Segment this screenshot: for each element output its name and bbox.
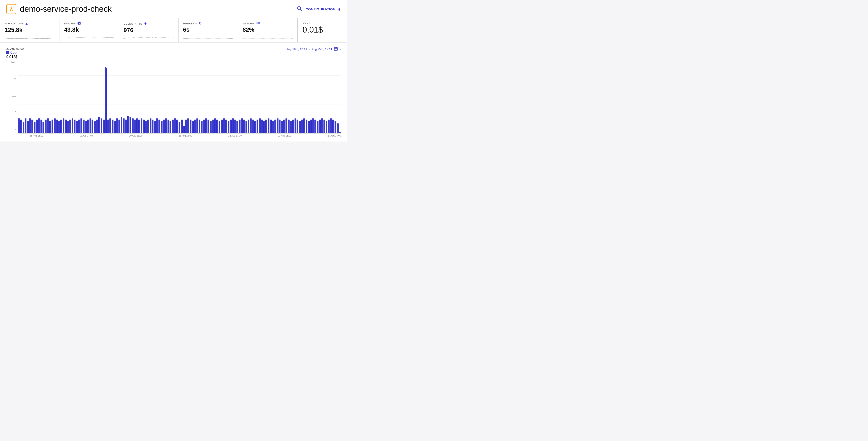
bar[interactable]	[292, 120, 294, 133]
bar[interactable]	[270, 120, 272, 133]
bar[interactable]	[210, 121, 212, 133]
bar[interactable]	[246, 121, 247, 133]
bar[interactable]	[40, 120, 42, 133]
bar[interactable]	[248, 120, 250, 133]
bar[interactable]	[123, 119, 125, 133]
bar[interactable]	[283, 120, 285, 133]
bar[interactable]	[323, 120, 325, 133]
bar[interactable]	[169, 121, 171, 133]
bar[interactable]	[134, 120, 136, 133]
bar[interactable]	[306, 120, 307, 133]
bar[interactable]	[167, 120, 169, 133]
bar[interactable]	[74, 120, 75, 133]
bar[interactable]	[183, 126, 185, 133]
bar[interactable]	[101, 119, 102, 133]
bar[interactable]	[174, 119, 176, 133]
bar[interactable]	[138, 120, 140, 133]
bar[interactable]	[163, 120, 165, 133]
bar[interactable]	[264, 121, 265, 133]
bar[interactable]	[34, 122, 35, 133]
bar[interactable]	[38, 119, 40, 133]
bar[interactable]	[98, 117, 100, 133]
bar[interactable]	[45, 120, 46, 133]
bar[interactable]	[103, 120, 105, 133]
bar[interactable]	[199, 120, 200, 133]
bar[interactable]	[237, 121, 238, 133]
bar[interactable]	[121, 117, 123, 133]
bar[interactable]	[301, 120, 303, 133]
bar[interactable]	[230, 120, 232, 133]
bar[interactable]	[49, 121, 51, 133]
bar[interactable]	[42, 122, 44, 133]
bar[interactable]	[203, 120, 205, 133]
bar[interactable]	[223, 119, 225, 133]
bar[interactable]	[114, 121, 116, 133]
bar[interactable]	[281, 121, 283, 133]
bar[interactable]	[96, 120, 98, 133]
bar[interactable]	[54, 119, 56, 133]
bar[interactable]	[145, 121, 147, 133]
configuration-button[interactable]: CONFIGURATION	[306, 7, 341, 11]
bar[interactable]	[310, 120, 312, 133]
bar[interactable]	[60, 120, 62, 133]
bar[interactable]	[216, 120, 218, 133]
bar[interactable]	[25, 119, 27, 133]
bar[interactable]	[256, 120, 258, 133]
bar[interactable]	[194, 120, 196, 133]
chevron-down-icon[interactable]: ▾	[340, 48, 341, 51]
bar[interactable]	[243, 120, 245, 133]
bar[interactable]	[319, 120, 321, 133]
bar[interactable]	[274, 120, 276, 133]
bar[interactable]	[150, 119, 151, 133]
bar[interactable]	[112, 120, 114, 133]
bar[interactable]	[250, 119, 252, 133]
bar[interactable]	[47, 119, 49, 133]
bar[interactable]	[181, 120, 183, 133]
bar[interactable]	[31, 120, 33, 133]
bar[interactable]	[228, 121, 229, 133]
bar[interactable]	[110, 119, 111, 133]
bar[interactable]	[136, 119, 138, 133]
bar[interactable]	[119, 120, 120, 133]
bar[interactable]	[272, 121, 274, 133]
bar[interactable]	[65, 120, 67, 133]
bar[interactable]	[172, 120, 174, 133]
bar[interactable]	[176, 120, 178, 133]
bar[interactable]	[127, 116, 129, 133]
bar[interactable]	[330, 119, 332, 133]
bar[interactable]	[67, 121, 69, 133]
bar[interactable]	[259, 119, 260, 133]
bar[interactable]	[87, 120, 89, 133]
bar[interactable]	[225, 120, 227, 133]
bar[interactable]	[85, 121, 87, 133]
bar[interactable]	[268, 119, 270, 133]
bar[interactable]	[165, 119, 167, 133]
date-range-controls[interactable]: Aug 18th, 12:11 → Aug 25th, 12:11 ▾	[286, 47, 341, 51]
bar[interactable]	[312, 119, 314, 133]
bar[interactable]	[297, 120, 298, 133]
bar[interactable]	[94, 121, 96, 133]
bar[interactable]	[92, 120, 93, 133]
bar[interactable]	[18, 119, 20, 133]
bar[interactable]	[288, 120, 289, 133]
bar[interactable]	[69, 120, 71, 133]
bar[interactable]	[185, 120, 187, 133]
bar[interactable]	[208, 120, 209, 133]
bar[interactable]	[317, 121, 318, 133]
bar[interactable]	[277, 119, 278, 133]
bar[interactable]	[285, 119, 287, 133]
bar[interactable]	[141, 119, 143, 133]
bar[interactable]	[314, 120, 316, 133]
bar[interactable]	[232, 119, 234, 133]
bar[interactable]	[27, 121, 29, 133]
bar[interactable]	[299, 121, 301, 133]
bar[interactable]	[254, 121, 256, 133]
bar[interactable]	[83, 120, 85, 133]
bar[interactable]	[161, 121, 162, 133]
bar[interactable]	[116, 119, 118, 133]
bar[interactable]	[252, 120, 254, 133]
bar[interactable]	[290, 121, 292, 133]
bar[interactable]	[107, 120, 109, 133]
bar[interactable]	[132, 119, 133, 133]
bar[interactable]	[205, 119, 207, 133]
